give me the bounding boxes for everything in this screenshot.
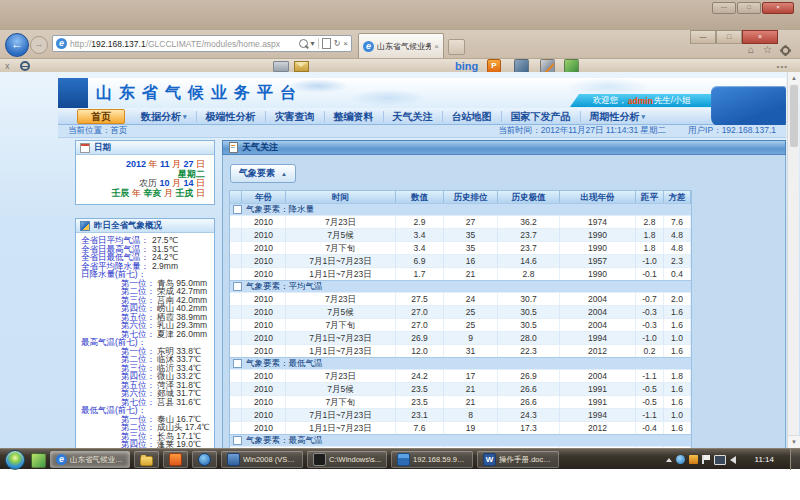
table-group-row[interactable]: 气象要素：降水量 [230,203,691,215]
search-dropdown-icon[interactable]: ▾ [311,39,315,48]
taskbar-clock[interactable]: 11:14 [755,449,774,470]
back-button[interactable]: ← [5,33,29,57]
table-body: 气象要素：降水量20107月23日2.92736.219742.87.62010… [230,203,691,448]
cell: 1.6 [664,422,691,434]
window-maximize-button[interactable]: □ [716,30,742,44]
group-checkbox[interactable] [233,436,242,445]
stat-label: 全省日最高气温： [81,245,149,254]
favorites-star-icon[interactable]: ☆ [763,45,772,55]
bg-maximize-button[interactable]: □ [737,2,761,14]
browser-tab[interactable]: e 山东省气候业务平... × [358,33,444,58]
nav-item-4[interactable]: 整编资料 [325,111,384,122]
tools-gear-icon[interactable] [781,46,790,55]
nav-item-2[interactable]: 极端性分析 [197,111,266,122]
cell: 1990 [560,268,636,280]
bing-logo[interactable]: bing [455,60,478,72]
tray-network-icon[interactable] [676,455,685,464]
group-label: 气象要素：平均气温 [246,281,323,293]
group-checkbox[interactable] [233,359,242,368]
tab-close-icon[interactable]: × [434,42,439,51]
group-checkbox[interactable] [233,282,242,291]
tray-expand-icon[interactable] [666,458,672,462]
nav-item-6[interactable]: 台站地图 [443,111,502,122]
scroll-down-arrow[interactable]: ▼ [788,435,800,448]
table-data-row: 20107月5候27.02530.52004-0.31.6 [230,305,691,318]
window-minimize-button[interactable]: — [690,30,716,44]
cell-expand [230,242,242,254]
nav-item-0[interactable]: 首页 [77,109,125,124]
addon-satellite-icon[interactable] [540,59,555,73]
background-window: — □ × [0,0,800,30]
group-checkbox[interactable] [233,205,242,214]
welcome-username: admin [627,96,654,106]
stat-label: 全省日最低气温： [81,253,149,262]
bg-close-button[interactable]: × [762,2,794,14]
tray-update-icon[interactable] [689,455,698,464]
refresh-icon[interactable]: ↻ [334,39,341,48]
element-filter-button[interactable]: 气象要素 ▲ [230,164,296,183]
address-bar[interactable]: e http://192.168.137.1/GLCCLIMATE/module… [52,35,352,52]
cell: 1990 [560,229,636,241]
scroll-up-arrow[interactable]: ▲ [788,72,800,84]
nav-item-7[interactable]: 国家下发产品 [502,111,581,122]
table-group-row[interactable]: 气象要素：最低气温 [230,357,691,369]
task-button-media[interactable] [163,451,188,468]
addon-close-label[interactable]: x [5,61,10,71]
cell: 2012 [560,345,636,357]
tray-volume-icon[interactable] [730,456,736,464]
task-button-rdp[interactable]: 192.168.59.99... [391,451,473,468]
addon-camera-icon[interactable] [514,59,529,73]
tray-action-center-flag-icon[interactable] [702,455,710,464]
addon-blocker-icon[interactable] [20,61,30,71]
page-scrollbar[interactable]: ▲ ▼ [787,72,799,448]
table-data-row: 20107月23日24.21726.92004-1.11.8 [230,369,691,382]
date-panel: 日期 2012 年 11 月 27 日星期二农历 10 月 14 日壬辰 年 辛… [75,140,215,205]
nav-item-3[interactable]: 灾害查询 [266,111,325,122]
cell: 25 [444,306,498,318]
task-button-ie[interactable]: e山东省气候业务... [50,451,130,468]
stat-value: 31.5℃ [152,245,178,254]
envelope-icon[interactable] [294,61,309,72]
printer-icon[interactable] [273,61,289,72]
bing-badge-icon[interactable]: P [487,59,501,73]
pinned-app-icon[interactable] [31,453,46,468]
bg-minimize-button[interactable]: — [712,2,736,14]
task-button-vm[interactable]: Win2008 (VS2... [221,451,303,468]
table-group-row[interactable]: 气象要素：最高气温 [230,434,691,446]
tab-favicon: e [363,41,374,52]
nav-item-8[interactable]: 周期性分析▾ [581,111,655,122]
compatibility-view-icon[interactable] [322,38,331,49]
show-desktop-button[interactable] [790,449,800,470]
nav-dropdown-icon: ▾ [642,111,646,122]
task-button-folder[interactable] [134,451,159,468]
cell: 1.8 [664,370,691,382]
addon-people-icon[interactable] [564,59,579,73]
cell: -0.7 [636,293,664,305]
ie-task-icon: e [56,454,67,465]
task-button-word[interactable]: W操作手册.docx -... [477,451,559,468]
welcome-prefix: 欢迎您， [593,95,627,107]
tray-display-icon[interactable] [714,455,726,465]
cell-expand [230,306,242,318]
start-button[interactable] [5,450,25,470]
table-group-row[interactable]: 气象要素：平均气温 [230,280,691,292]
addon-more-button[interactable]: ••• [777,62,788,71]
date-segment: 14 [183,178,193,188]
column-header: 距平 [636,191,664,203]
stop-icon[interactable]: × [343,39,348,48]
new-tab-button[interactable] [448,39,465,55]
search-icon[interactable] [299,39,308,48]
home-icon[interactable]: ⌂ [748,45,754,55]
table-data-row: 20107月5候3.43523.719901.84.8 [230,228,691,241]
page-viewport: 山东省气候业务平台 欢迎您，admin 先生/小姐 首页数据分析▾极端性分析灾害… [0,72,800,448]
url-text[interactable]: http://192.168.137.1/GLCCLIMATE/modules/… [67,39,299,49]
task-button-player[interactable] [192,451,217,468]
scroll-thumb[interactable] [790,85,798,147]
table-data-row: 20107月下旬27.02530.52004-0.31.6 [230,318,691,331]
window-close-button[interactable]: × [742,30,778,44]
nav-item-5[interactable]: 天气关注 [384,111,443,122]
nav-item-1[interactable]: 数据分析▾ [132,111,197,122]
forward-button[interactable]: → [30,36,48,54]
cell: 7.6 [664,216,691,228]
task-button-cmd[interactable]: C:\Windows\s... [307,451,387,468]
